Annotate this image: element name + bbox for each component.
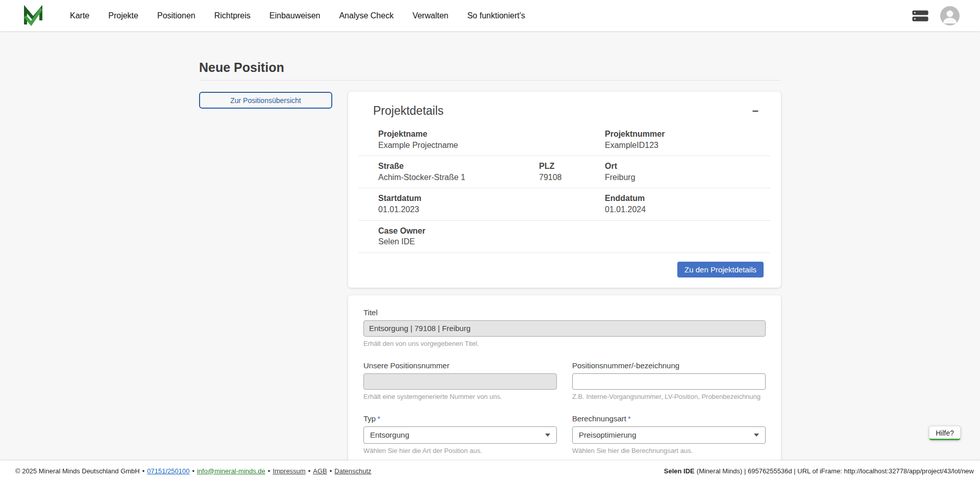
phone-link[interactable]: 07151/250100 [147,467,189,475]
email-link[interactable]: info@mineral-minds.de [197,467,265,475]
project-card-title: Projektdetails [373,104,444,118]
field-label: Projektname [378,129,605,140]
field-label: Startdatum [378,193,605,204]
field-enddatum: Enddatum 01.01.2024 [605,193,771,215]
nav-right [912,6,960,26]
positionsnummer-label: Positionsnummer/-bezeichnung [572,361,766,370]
detail-row-2: Straße Achim-Stocker-Straße 1 PLZ 79108 … [358,156,771,188]
nav-item-richtpreis[interactable]: Richtpreis [214,11,251,20]
field-startdatum: Startdatum 01.01.2023 [378,193,605,215]
field-projektnummer: Projektnummer ExampleID123 [605,129,771,150]
form-col-right: Berechnungsart* Preisoptimierung Wählen … [572,414,766,454]
impressum-link[interactable]: Impressum [273,467,305,475]
collapse-icon[interactable]: – [750,104,761,117]
separator: • [192,467,194,475]
form-col-right: Positionsnummer/-bezeichnung Z.B. Intern… [572,361,766,400]
field-value: Achim-Stocker-Straße 1 [378,172,539,183]
positionsnummer-helper: Z.B. Interne-Vorgangsnummer, LV-Position… [572,393,766,400]
separator: • [268,467,271,475]
field-ort: Ort Freiburg [605,161,771,183]
typ-label: Typ* [363,414,557,423]
form-col-left: Unsere Positionsnummer Erhält eine syste… [363,361,557,400]
typ-select[interactable]: Entsorgung [363,426,557,444]
chevron-down-icon [754,434,759,437]
field-label: Ort [605,161,771,172]
footer: © 2025 Mineral Minds Deutschland GmbH • … [0,461,980,481]
avatar[interactable] [940,6,960,26]
right-column: Projektdetails – Projektname Example Pro… [348,92,781,481]
field-value: Freiburg [605,172,771,183]
berechnungsart-label-text: Berechnungsart [572,414,626,423]
page-title: Neue Position [199,60,781,81]
nav-item-einbauweisen[interactable]: Einbauweisen [270,11,321,20]
nav-item-karte[interactable]: Karte [70,11,89,20]
field-value: Example Projectname [378,140,605,151]
top-nav: Karte Projekte Positionen Richtpreis Ein… [0,0,980,31]
field-label: Enddatum [605,193,771,204]
unsere-positionsnummer-input [363,373,557,390]
detail-row-4: Case Owner Selen IDE [358,221,771,253]
chevron-down-icon [545,434,550,437]
field-value: 01.01.2023 [378,204,605,215]
field-strasse: Straße Achim-Stocker-Straße 1 [378,161,539,183]
field-case-owner: Case Owner Selen IDE [378,225,771,247]
field-value: Selen IDE [378,236,771,247]
titel-input [363,320,766,337]
help-button[interactable]: Hilfe? [929,426,961,440]
typ-helper: Wählen Sie hier die Art der Position aus… [363,447,557,454]
berechnungsart-select-value: Preisoptimierung [579,431,636,439]
nav-item-projekte[interactable]: Projekte [108,11,138,20]
titel-label: Titel [363,308,766,317]
nav-item-analyse-check[interactable]: Analyse Check [339,11,394,20]
nav-item-verwalten[interactable]: Verwalten [412,11,448,20]
left-column: Zur Positionsübersicht [199,92,332,109]
agb-link[interactable]: AGB [313,467,327,475]
unsere-positionsnummer-label: Unsere Positionsnummer [363,361,557,370]
field-value: 01.01.2024 [605,204,771,215]
project-details-button[interactable]: Zu den Projektdetails [677,262,764,277]
required-asterisk: * [377,414,380,423]
typ-label-text: Typ [363,414,376,423]
field-value: 79108 [539,172,605,183]
copyright-text: © 2025 Mineral Minds Deutschland GmbH [15,467,140,475]
back-to-positions-button[interactable]: Zur Positionsübersicht [199,92,332,109]
nav-item-positionen[interactable]: Positionen [157,11,195,20]
required-asterisk: * [628,414,631,423]
footer-left: © 2025 Mineral Minds Deutschland GmbH • … [15,467,372,475]
detail-row-1: Projektname Example Projectname Projektn… [358,124,771,156]
detail-row-3: Startdatum 01.01.2023 Enddatum 01.01.202… [358,188,771,220]
person-icon [940,6,960,26]
titel-helper: Erhält den von uns vorgegebenen Titel. [363,340,766,347]
server-icon-glyph [912,9,929,22]
field-projektname: Projektname Example Projectname [378,129,605,150]
footer-user-info: (Mineral Minds) | 69576255536d | URL of … [697,467,974,475]
field-value: ExampleID123 [605,140,771,151]
berechnungsart-helper: Wählen Sie hier die Berechnungsart aus. [572,447,766,454]
nav-item-so-funktionierts[interactable]: So funktioniert's [467,11,525,20]
field-label: Projektnummer [605,129,771,140]
field-plz: PLZ 79108 [539,161,605,183]
position-form-card: Titel Erhält den von uns vorgegebenen Ti… [348,295,781,481]
project-details-rows: Projektname Example Projectname Projektn… [358,124,771,253]
mineral-minds-logo[interactable] [23,5,43,27]
positionsnummer-input[interactable] [572,373,766,390]
footer-user: Selen IDE [664,467,695,475]
unsere-positionsnummer-helper: Erhält eine systemgenerierte Nummer von … [363,393,557,400]
server-icon[interactable] [912,9,929,22]
project-details-card: Projektdetails – Projektname Example Pro… [348,92,781,288]
form-col-left: Typ* Entsorgung Wählen Sie hier die Art … [363,414,557,454]
logo-icon [23,5,43,27]
main-content: Neue Position Zur Positionsübersicht Pro… [0,31,980,481]
separator: • [142,467,145,475]
main-nav: Karte Projekte Positionen Richtpreis Ein… [70,11,525,20]
datenschutz-link[interactable]: Datenschutz [334,467,371,475]
separator: • [308,467,311,475]
typ-select-value: Entsorgung [370,431,409,439]
field-label: Case Owner [378,225,771,237]
field-label: PLZ [539,161,605,172]
field-label: Straße [378,161,539,172]
footer-right: Selen IDE (Mineral Minds) | 69576255536d… [664,467,974,475]
berechnungsart-select[interactable]: Preisoptimierung [572,426,766,444]
separator: • [330,467,332,475]
berechnungsart-label: Berechnungsart* [572,414,766,423]
